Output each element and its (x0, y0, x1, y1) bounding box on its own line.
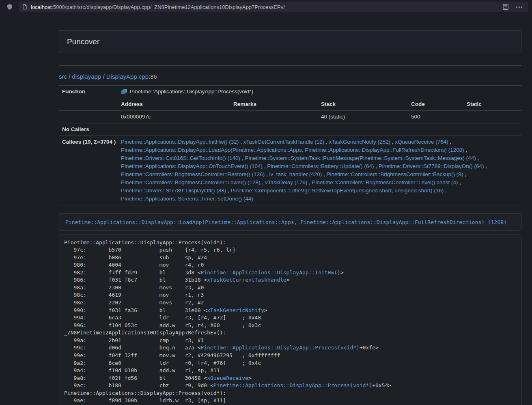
callee-link[interactable]: Pinetime::Applications::DisplayApp::Load… (121, 147, 464, 153)
callee-separator: , (240, 155, 245, 161)
callee-link[interactable]: xTaskGenericNotify (252) (329, 139, 391, 145)
function-row: Function Pinetime::Applications::Display… (59, 85, 521, 98)
spacer-cell (59, 98, 118, 110)
column-header-stack: Stack (318, 98, 408, 110)
callees-row: Callees (19, Σ=3704 ) Pinetime::Applicat… (59, 136, 521, 205)
function-label: Function (59, 86, 118, 98)
stack-cell: 40 (static) (318, 111, 408, 123)
address-cell: 0x0000097c (118, 111, 230, 123)
callee-link[interactable]: Pinetime::Applications::DisplayApp::Init… (121, 139, 239, 145)
no-callers-label: No Callers (59, 123, 118, 136)
site-identity-icon[interactable] (22, 4, 28, 10)
breadcrumb-separator: / (101, 73, 106, 80)
highlight-panel: Pinetime::Applications::DisplayApp::Load… (59, 213, 521, 231)
empty-cell (118, 123, 521, 136)
function-name-cell: Pinetime::Applications::DisplayApp::Proc… (118, 86, 521, 98)
page-title: Puncover (67, 37, 99, 46)
url-host: localhost (31, 4, 52, 10)
column-header-remarks: Remarks (230, 98, 318, 110)
callee-link[interactable]: Pinetime::Controllers::BrightnessControl… (121, 179, 261, 185)
no-callers-row: No Callers (59, 123, 521, 136)
function-table: Function Pinetime::Applications::Display… (59, 85, 521, 205)
url-bar[interactable]: localhost:5000/path/src/displayapp/Displ… (19, 2, 528, 12)
shield-icon-glyph (6, 4, 13, 10)
table-data-row: 0x0000097c 40 (static) 500 (59, 110, 521, 123)
callee-separator: , (263, 163, 267, 169)
app-title-panel: Puncover (59, 30, 521, 53)
breadcrumb-link[interactable]: src (59, 73, 67, 80)
callee-link[interactable]: Pinetime::System::SystemTask::PushMessag… (245, 155, 476, 161)
callee-link[interactable]: Pinetime::Drivers::St7789::DisplayOn() (… (379, 163, 484, 169)
callees-list: Pinetime::Applications::DisplayApp::Init… (118, 136, 521, 205)
code-cell: 500 (408, 111, 463, 123)
browser-chrome: localhost:5000/path/src/displayapp/Displ… (0, 0, 532, 14)
callee-link[interactable]: Pinetime::Controllers::BrightnessControl… (312, 179, 458, 185)
callee-separator: , (307, 179, 312, 185)
callee-link[interactable]: Pinetime::Controllers::Battery::Update()… (267, 163, 374, 169)
callee-separator: , (476, 155, 479, 161)
callee-link[interactable]: Pinetime::Controllers::BrightnessControl… (121, 171, 265, 177)
callee-link[interactable]: Pinetime::Controllers::BrightnessControl… (327, 171, 463, 177)
breadcrumb-link[interactable]: displayapp (72, 73, 101, 80)
spacer-cell (59, 111, 118, 123)
table-header-row: Address Remarks Stack Code Static (59, 98, 521, 110)
callee-link[interactable]: Pinetime::Applications::Screens::Timer::… (121, 196, 253, 202)
callee-separator: , (239, 139, 243, 145)
callee-separator: , (324, 139, 329, 145)
url-path: :5000/path/src/displayapp/DisplayApp.cpp… (52, 4, 285, 10)
callee-link[interactable]: Pinetime::Components::LittleVgl::SetNewT… (231, 187, 444, 194)
callee-separator: , (464, 147, 467, 153)
callee-link[interactable]: Pinetime::Applications::DisplayApp::OnTo… (121, 163, 263, 169)
breadcrumb-link[interactable]: DisplayApp.cpp (106, 73, 149, 80)
shield-icon[interactable] (4, 3, 15, 11)
callee-separator: , (463, 171, 466, 177)
callee-link[interactable]: lv_task_handler (420) (269, 171, 322, 177)
column-header-code: Code (408, 98, 463, 110)
callee-link[interactable]: Pinetime::Drivers::St7789::DisplayOff() … (121, 187, 226, 194)
callee-separator: , (458, 179, 461, 185)
page-body: Puncover src / displayapp / DisplayApp.c… (0, 14, 532, 405)
static-cell (463, 111, 521, 123)
highlighted-symbol-link[interactable]: Pinetime::Applications::DisplayApp::Load… (65, 219, 507, 225)
function-symbol-icon (121, 88, 127, 95)
callee-link[interactable]: xTaskGetCurrentTaskHandle (12) (243, 139, 325, 145)
code-symbol-link[interactable]: Pinetime::Applications::DisplayApp::Proc… (213, 382, 372, 388)
callee-separator: , (444, 187, 447, 194)
breadcrumb-line-number: :86 (149, 73, 157, 80)
disassembly-block: Pinetime::Applications::DisplayApp::Proc… (59, 235, 521, 405)
url-text: localhost:5000/path/src/displayapp/Displ… (31, 4, 499, 10)
callee-separator: , (374, 163, 379, 169)
column-header-static: Static (463, 98, 521, 110)
callee-link[interactable]: vTaskDelay (176) (265, 179, 307, 185)
breadcrumb-separator: / (67, 73, 72, 80)
callee-separator: , (322, 171, 326, 177)
breadcrumb: src / displayapp / DisplayApp.cpp:86 (59, 73, 521, 81)
callee-separator: , (261, 179, 265, 185)
column-header-address: Address (118, 98, 230, 110)
callee-separator: , (226, 187, 230, 194)
reader-view-icon[interactable] (502, 4, 509, 10)
code-symbol-link[interactable]: Pinetime::Applications::DisplayApp::Init… (201, 269, 340, 276)
divider (59, 65, 521, 66)
function-name: Pinetime::Applications::DisplayApp::Proc… (130, 88, 253, 96)
callee-link[interactable]: xQueueReceive (764) (395, 139, 448, 145)
callee-link[interactable]: Pinetime::Drivers::Cst816S::GetTouchInfo… (121, 155, 240, 161)
code-symbol-link[interactable]: xQueueReceive (207, 375, 248, 381)
callee-separator: , (484, 163, 487, 169)
code-symbol-link[interactable]: xTaskGenericNotify (207, 307, 264, 313)
callee-separator: , (265, 171, 269, 177)
callee-separator: , (390, 139, 395, 145)
remarks-cell (230, 111, 318, 123)
page-actions-icon[interactable] (516, 6, 522, 8)
code-symbol-link[interactable]: xTaskGetCurrentTaskHandle (207, 277, 286, 283)
code-symbol-link[interactable]: Pinetime::Applications::DisplayApp::Proc… (201, 345, 360, 351)
callee-separator: , (448, 139, 452, 145)
callees-label: Callees (19, Σ=3704 ) (59, 136, 118, 205)
